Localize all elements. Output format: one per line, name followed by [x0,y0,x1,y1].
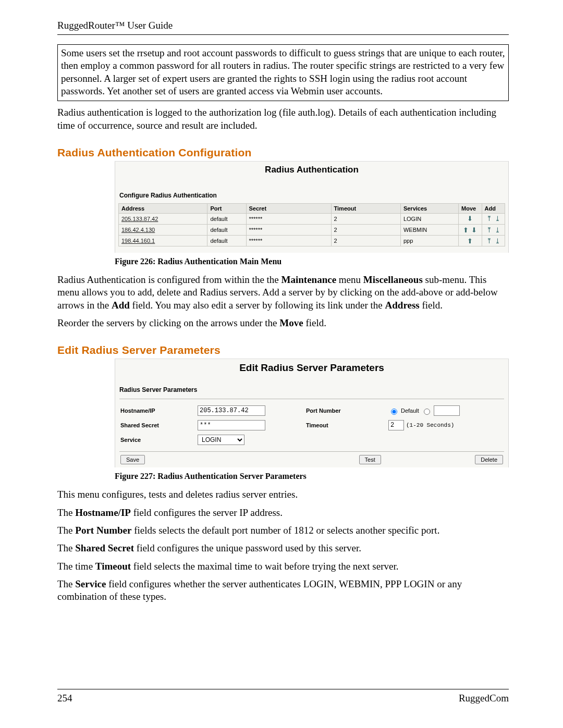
table-row: 205.133.87.42 default ****** 2 LOGIN ⬇ ⤒… [119,213,505,224]
cell-port: default [207,213,246,224]
doc-title: RuggedRouter™ User Guide [57,20,173,31]
divider [119,399,504,399]
paragraph-reorder: Reorder the servers by clicking on the a… [57,317,509,329]
port-custom-field[interactable] [434,405,460,416]
delete-button[interactable]: Delete [475,455,503,464]
paragraph-timeout: The time Timeout field selects the maxim… [57,560,509,573]
page-number: 254 [57,693,72,704]
figure-radius-auth-panel: Radius Authentication Configure Radius A… [115,161,509,253]
cell-secret: ****** [246,213,331,224]
cell-timeout: 2 [331,213,400,224]
address-link[interactable]: 198.44.160.1 [121,238,155,244]
label-hostname: Hostname/IP [120,408,193,414]
paragraph-secret: The Shared Secret field configures the u… [57,542,509,554]
panel-subtitle: Configure Radius Authentication [115,182,508,203]
test-button[interactable]: Test [359,455,381,464]
paragraph-port: The Port Number fields selects the defau… [57,524,509,537]
col-address: Address [119,203,207,213]
panel-title: Radius Authentication [115,162,508,182]
timeout-field[interactable] [388,420,404,430]
footer-brand: RuggedCom [459,693,509,704]
table-row: 198.44.160.1 default ****** 2 ppp ⬆ ⤒ ⤓ [119,236,505,246]
move-down-icon[interactable]: ⬇ [471,226,478,233]
paragraph-service: The Service field configures whether the… [57,578,509,603]
move-up-icon[interactable]: ⬆ [462,226,470,233]
secret-field[interactable] [198,420,265,430]
service-select[interactable]: LOGIN [198,435,244,445]
table-row: 186.42.4.130 default ****** 2 WEBMIN ⬆ ⬇… [119,224,505,235]
add-above-icon[interactable]: ⤒ [485,215,493,223]
save-button[interactable]: Save [120,455,145,464]
hostname-field[interactable] [198,405,265,416]
col-timeout: Timeout [331,203,400,213]
cell-services: WEBMIN [400,224,458,235]
col-services: Services [400,203,458,213]
add-below-icon[interactable]: ⤓ [494,237,501,244]
move-down-icon[interactable]: ⬇ [467,215,474,223]
divider [119,451,504,452]
address-link[interactable]: 186.42.4.130 [121,227,155,233]
cell-services: ppp [400,236,458,246]
port-default-radio[interactable] [391,409,397,415]
col-move: Move [459,203,482,213]
add-below-icon[interactable]: ⤓ [494,215,501,223]
note-text: Some users set the rrsetup and root acco… [61,47,505,96]
cell-secret: ****** [246,224,331,235]
cell-port: default [207,236,246,246]
cell-secret: ****** [246,236,331,246]
cell-timeout: 2 [331,236,400,246]
add-below-icon[interactable]: ⤓ [494,226,501,233]
col-secret: Secret [246,203,331,213]
note-box: Some users set the rrsetup and root acco… [57,44,509,101]
label-service: Service [120,437,193,443]
add-above-icon[interactable]: ⤒ [485,237,493,244]
section-heading-edit-radius: Edit Radius Server Parameters [57,344,509,356]
col-port: Port [207,203,246,213]
panel-subtitle: Radius Server Parameters [115,381,508,398]
section-heading-radius-auth-config: Radius Authentication Configuration [57,146,509,159]
paragraph-hostname: The Hostname/IP field configures the ser… [57,507,509,519]
cell-services: LOGIN [400,213,458,224]
move-up-icon[interactable]: ⬆ [467,237,474,244]
page-footer: 254 RuggedCom [57,689,509,704]
table-header-row: Address Port Secret Timeout Services Mov… [119,203,505,213]
timeout-hint: (1-20 Seconds) [406,422,454,428]
paragraph-menu-desc: This menu configures, tests and deletes … [57,488,509,501]
paragraph-authlog: Radius authentication is logged to the a… [57,106,509,132]
add-above-icon[interactable]: ⤒ [485,226,493,233]
port-default-label: Default [401,408,419,414]
label-timeout: Timeout [306,422,384,428]
cell-timeout: 2 [331,224,400,235]
label-port: Port Number [306,408,384,414]
figure-caption-227: Figure 227: Radius Authentication Server… [115,472,509,481]
port-custom-radio[interactable] [424,409,430,415]
address-link[interactable]: 205.133.87.42 [121,216,158,222]
label-secret: Shared Secret [120,422,193,428]
paragraph-config-desc: Radius Authentication is configured from… [57,274,509,312]
figure-edit-radius-panel: Edit Radius Server Parameters Radius Ser… [115,359,509,467]
panel-title: Edit Radius Server Parameters [115,359,508,381]
cell-port: default [207,224,246,235]
page-header: RuggedRouter™ User Guide [57,20,509,35]
radius-table: Address Port Secret Timeout Services Mov… [118,203,505,246]
col-add: Add [482,203,505,213]
figure-caption-226: Figure 226: Radius Authentication Main M… [115,257,509,266]
